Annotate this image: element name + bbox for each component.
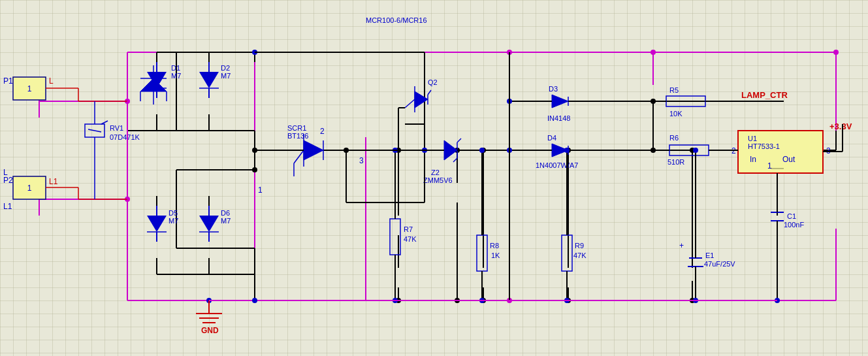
RV1-value: 07D471K [110, 133, 140, 141]
D1-label: D1 [171, 64, 180, 72]
P1-label: 1 [27, 84, 32, 93]
Q2-value: MCR100-6/MCR16 [366, 16, 427, 24]
svg-line-158 [428, 90, 431, 95]
svg-point-22 [651, 50, 656, 55]
U1-in-label: In [750, 155, 756, 164]
RV1-label: RV1 [110, 124, 123, 132]
Z2-label: Z2 [431, 169, 440, 176]
SCR-pin2: 2 [320, 127, 325, 136]
svg-marker-149 [444, 140, 457, 160]
R5-value: 10K [669, 110, 683, 118]
svg-line-151 [457, 138, 461, 142]
P1-comp-label: P1 [3, 76, 13, 86]
E1-plus: + [679, 241, 684, 250]
svg-rect-189 [562, 235, 572, 271]
R6-value: 510R [667, 158, 684, 166]
R9-label: R9 [575, 242, 584, 250]
svg-line-98 [88, 129, 101, 132]
R6-label: R6 [669, 134, 679, 142]
D5-label: D5 [169, 209, 178, 217]
D6-value: M7 [221, 217, 231, 225]
svg-rect-184 [477, 235, 487, 271]
svg-marker-116 [147, 216, 167, 232]
Q2-label: Q2 [428, 78, 438, 86]
U1-out-label: Out [782, 155, 796, 164]
R5-label: R5 [669, 86, 679, 94]
U1-value: HT7533-1 [748, 142, 780, 150]
svg-point-88 [252, 167, 257, 172]
SCR-pin1: 1 [258, 186, 263, 195]
P1-net-label: L [49, 76, 54, 86]
D4-label: D4 [547, 134, 556, 142]
E1-label: E1 [705, 251, 714, 259]
svg-marker-142 [304, 140, 323, 160]
U1-pin1-gnd: 1 [767, 161, 772, 170]
C1-value: 100nF [784, 221, 804, 229]
svg-marker-120 [199, 216, 219, 232]
E1-value: 47uF/25V [704, 260, 735, 268]
LAMP-CTR-label: LAMP_CTR [741, 90, 788, 100]
P2-net-label: L1 [49, 177, 58, 186]
D5-value: M7 [169, 217, 178, 225]
D6-label: D6 [221, 209, 230, 217]
svg-marker-112 [199, 72, 219, 88]
svg-point-199 [693, 148, 698, 153]
svg-point-188 [479, 148, 485, 153]
SCR1-value: BT136 [287, 132, 308, 140]
svg-point-193 [564, 148, 570, 153]
D2-value: M7 [221, 72, 231, 80]
R8-value: 1K [491, 251, 500, 259]
svg-line-144 [294, 150, 304, 163]
D4-value: 1N4007W/A7 [536, 161, 578, 169]
VCC-label: +3.3V [829, 121, 852, 131]
L1-label: L1 [3, 202, 12, 211]
R7-value: 47K [404, 235, 417, 243]
svg-point-228 [252, 298, 257, 303]
schematic-canvas: 1 L P1 1 L1 L P2 L1 RV1 07D471K [0, 0, 868, 356]
svg-point-23 [833, 50, 839, 55]
R7-label: R7 [404, 225, 413, 233]
Z2-value: ZMM5V6 [423, 176, 453, 184]
P2-label: 1 [27, 184, 32, 193]
SCR1-label: SCR1 [287, 124, 306, 132]
D2-label: D2 [221, 64, 230, 72]
U1-label: U1 [748, 135, 757, 142]
SCR-pin3: 3 [359, 156, 364, 165]
D1-value: M7 [171, 72, 181, 80]
svg-marker-155 [415, 91, 428, 108]
svg-marker-164 [552, 95, 568, 108]
P2-comp-label2: P2 [3, 176, 13, 185]
GND-label: GND [201, 326, 219, 335]
D3-value: IN4148 [547, 114, 570, 122]
D3-label: D3 [549, 85, 558, 93]
R8-label: R8 [490, 242, 499, 250]
R9-value: 47K [573, 251, 587, 259]
svg-line-159 [405, 99, 415, 108]
C1-label: C1 [787, 212, 796, 220]
